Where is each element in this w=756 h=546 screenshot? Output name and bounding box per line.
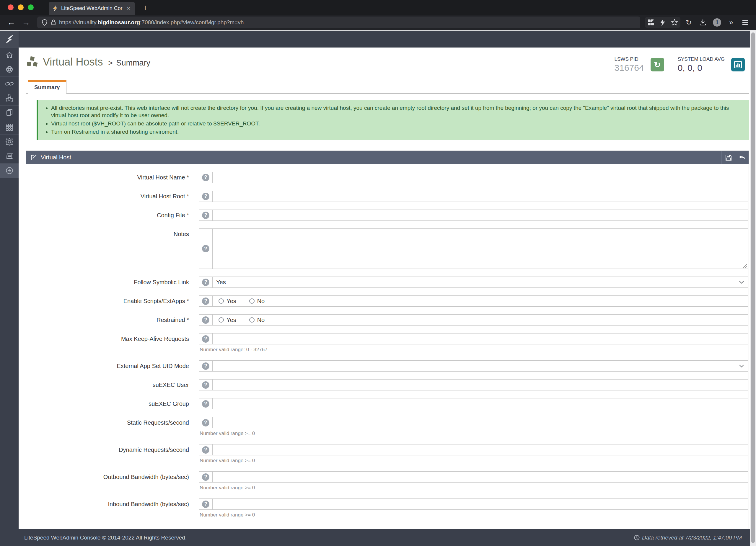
window-controls[interactable] xyxy=(8,4,34,10)
tracking-shield-icon[interactable] xyxy=(41,19,48,26)
help-cell: ? xyxy=(199,277,213,287)
text-input[interactable] xyxy=(213,398,748,409)
radio-option[interactable]: Yes xyxy=(219,298,236,304)
sidebar-item-home[interactable] xyxy=(0,48,19,62)
back-button[interactable]: ← xyxy=(5,18,18,27)
save-floppy-icon xyxy=(725,154,732,161)
sidebar-item-globe[interactable] xyxy=(0,62,19,76)
listeners-link-icon xyxy=(5,81,14,87)
overflow-chevrons-icon[interactable]: » xyxy=(725,17,737,28)
sidebar-item-virtual-hosts-cubes[interactable] xyxy=(0,91,19,105)
radio-circle-icon[interactable] xyxy=(219,317,224,322)
help-icon[interactable]: ? xyxy=(202,362,209,370)
back-undo-button[interactable] xyxy=(735,151,749,164)
litespeed-logo-icon[interactable] xyxy=(0,31,19,48)
help-cell: ? xyxy=(199,472,213,482)
select-dropdown[interactable] xyxy=(213,361,748,371)
url-bar[interactable]: https://virtuality.bigdinosaur.org:7080/… xyxy=(37,17,640,28)
lsws-pid-label: LSWS PID xyxy=(615,56,644,62)
help-icon[interactable]: ? xyxy=(202,446,209,454)
scrollbar-thumb[interactable] xyxy=(751,32,755,543)
text-input[interactable] xyxy=(213,333,748,344)
form-row: Dynamic Requests/second?Number valid ran… xyxy=(26,444,749,464)
help-icon[interactable]: ? xyxy=(202,193,209,200)
window-minimize-button[interactable] xyxy=(18,4,24,10)
help-cell: ? xyxy=(199,444,213,455)
radio-circle-icon[interactable] xyxy=(249,298,255,304)
help-icon[interactable]: ? xyxy=(202,419,209,426)
form-row: Enable Scripts/ExtApps *?YesNo xyxy=(26,295,749,306)
downloads-icon[interactable] xyxy=(697,17,709,28)
sidebar-item-logout-arrow[interactable] xyxy=(0,163,19,178)
help-cell: ? xyxy=(199,314,213,325)
new-tab-button[interactable]: + xyxy=(143,4,148,12)
text-input[interactable] xyxy=(213,191,748,202)
help-icon[interactable]: ? xyxy=(202,381,209,389)
lightning-extension-icon[interactable] xyxy=(657,17,669,28)
text-input[interactable] xyxy=(213,472,748,482)
bookmark-star-icon[interactable] xyxy=(669,17,680,28)
window-zoom-button[interactable] xyxy=(28,4,34,10)
radio-label: No xyxy=(257,298,265,304)
save-button[interactable] xyxy=(721,151,735,164)
text-input[interactable] xyxy=(213,172,748,183)
field-label: Outbound Bandwidth (bytes/sec) xyxy=(26,471,189,483)
field-box: ? xyxy=(199,229,748,269)
help-icon[interactable]: ? xyxy=(202,174,209,181)
help-icon[interactable]: ? xyxy=(202,245,209,252)
field-box: ? xyxy=(199,360,748,371)
text-input[interactable] xyxy=(213,444,748,455)
stats-chart-button[interactable] xyxy=(731,58,745,71)
field-hint: Number valid range >= 0 xyxy=(200,431,748,436)
radio-circle-icon[interactable] xyxy=(219,298,224,304)
help-icon[interactable]: ? xyxy=(202,297,209,305)
menu-hamburger-icon[interactable] xyxy=(739,17,751,28)
radio-option[interactable]: No xyxy=(249,298,265,304)
text-input[interactable] xyxy=(213,210,748,221)
form-row: Max Keep-Alive Requests?Number valid ran… xyxy=(26,333,749,353)
tab-summary[interactable]: Summary xyxy=(28,80,66,94)
page-scrollbar[interactable] xyxy=(750,30,756,546)
restart-server-button[interactable]: ↻ xyxy=(651,58,664,71)
field-hint: Number valid range >= 0 xyxy=(200,458,748,464)
tab-tiling-extension-icon[interactable] xyxy=(645,17,657,28)
field-box: ? xyxy=(199,417,748,428)
system-load-value: 0, 0, 0 xyxy=(678,63,725,73)
url-text[interactable]: https://virtuality.bigdinosaur.org:7080/… xyxy=(59,19,244,26)
tab-close-icon[interactable]: × xyxy=(126,5,131,12)
docs-book-icon xyxy=(6,153,13,160)
field-box: ?YesNo xyxy=(199,314,748,325)
browser-tab[interactable]: LiteSpeed WebAdmin Console × xyxy=(49,2,135,15)
reload-icon[interactable]: ↻ xyxy=(683,17,695,28)
home-icon xyxy=(6,51,13,58)
virtual-host-panel: Virtual Host Virtual Host Name *?Virtual… xyxy=(26,151,749,529)
sidebar-item-templates-copy[interactable] xyxy=(0,105,19,120)
sidebar-item-listeners-link[interactable] xyxy=(0,76,19,91)
help-icon[interactable]: ? xyxy=(202,316,209,324)
radio-option[interactable]: No xyxy=(249,317,265,323)
lock-icon[interactable] xyxy=(51,19,56,26)
radio-group: YesNo xyxy=(213,314,748,325)
radio-label: Yes xyxy=(227,317,236,323)
sidebar-item-apps-grid[interactable] xyxy=(0,120,19,134)
forward-button[interactable]: → xyxy=(19,18,32,27)
help-icon[interactable]: ? xyxy=(202,473,209,481)
help-icon[interactable]: ? xyxy=(202,212,209,219)
sidebar-item-settings-gear[interactable] xyxy=(0,134,19,149)
help-icon[interactable]: ? xyxy=(202,278,209,286)
radio-circle-icon[interactable] xyxy=(249,317,255,322)
text-input[interactable] xyxy=(213,499,748,509)
field-box: ? xyxy=(199,191,748,202)
notice-item: All directories must pre-exist. This web… xyxy=(51,104,742,119)
text-input[interactable] xyxy=(213,379,748,390)
notes-textarea[interactable] xyxy=(213,229,748,269)
password-extension-badge-icon[interactable]: 1 xyxy=(711,17,723,28)
help-icon[interactable]: ? xyxy=(202,400,209,407)
help-icon[interactable]: ? xyxy=(202,335,209,343)
text-input[interactable] xyxy=(213,417,748,428)
radio-option[interactable]: Yes xyxy=(219,317,236,323)
window-close-button[interactable] xyxy=(8,4,14,10)
help-icon[interactable]: ? xyxy=(202,501,209,508)
select-dropdown[interactable]: Yes xyxy=(213,277,748,287)
sidebar-item-docs-book[interactable] xyxy=(0,149,19,163)
